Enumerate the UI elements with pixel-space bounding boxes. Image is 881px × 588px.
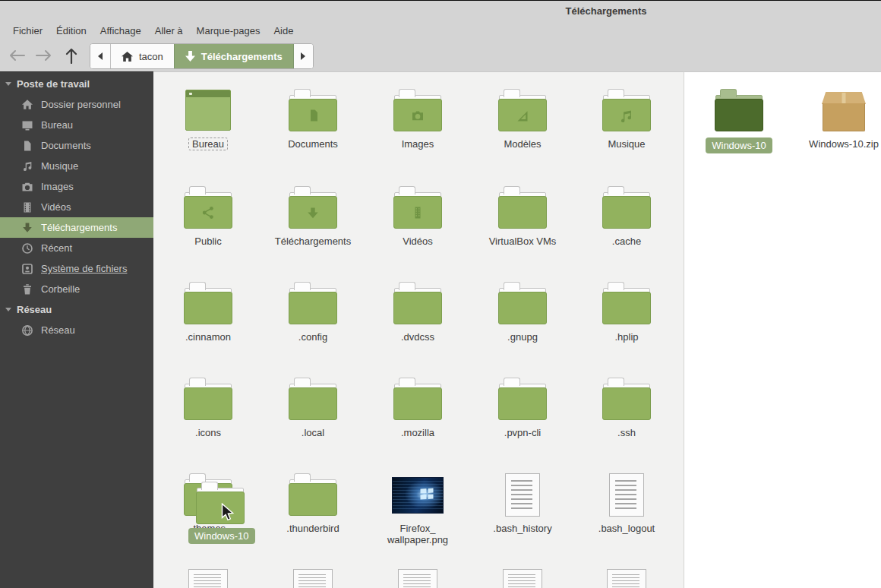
back-button[interactable] bbox=[5, 44, 29, 67]
breadcrumb-label: tacon bbox=[139, 51, 163, 62]
selected-folder-icon bbox=[715, 89, 763, 131]
menu-fichier[interactable]: Fichier bbox=[6, 23, 49, 39]
text-file-icon bbox=[398, 569, 437, 588]
sidebar-item-label: Système de fichiers bbox=[41, 263, 127, 274]
menu-aller-a[interactable]: Aller à bbox=[148, 23, 190, 39]
file-item-documents[interactable]: Documents bbox=[261, 89, 365, 150]
file-item-hplip[interactable]: .hplip bbox=[574, 282, 679, 343]
file-label: .pvpn-cli bbox=[500, 426, 545, 439]
file-item-unnamed[interactable] bbox=[365, 569, 470, 588]
breadcrumb-label: Téléchargements bbox=[201, 51, 283, 62]
file-item-gnupg[interactable]: .gnupg bbox=[470, 282, 575, 343]
folder-icon bbox=[289, 89, 337, 131]
file-item-bash-logout[interactable]: .bash_logout bbox=[574, 473, 679, 535]
file-label: Musique bbox=[604, 138, 649, 150]
up-button[interactable] bbox=[59, 44, 84, 67]
file-item-icons[interactable]: .icons bbox=[156, 378, 261, 439]
file-item-ssh[interactable]: .ssh bbox=[574, 378, 679, 439]
sidebar-item-musique[interactable]: Musique bbox=[0, 156, 153, 176]
expander-icon bbox=[5, 82, 11, 86]
sidebar-item-documents[interactable]: Documents bbox=[0, 135, 153, 156]
menu-edition[interactable]: Édition bbox=[49, 23, 93, 39]
file-label: .config bbox=[295, 330, 331, 343]
drag-ghost-folder-icon bbox=[196, 482, 245, 524]
file-item-modeles[interactable]: Modèles bbox=[470, 89, 575, 150]
drag-label: Windows-10 bbox=[188, 528, 255, 544]
file-label: Bureau bbox=[188, 138, 228, 150]
sidebar-section-poste-de-travail[interactable]: Poste de travail bbox=[0, 74, 153, 94]
file-item-cinnamon[interactable]: .cinnamon bbox=[156, 282, 261, 343]
breadcrumb-next-button[interactable] bbox=[293, 44, 313, 68]
sidebar-item-corbeille[interactable]: Corbeille bbox=[0, 279, 153, 299]
file-item-images[interactable]: Images bbox=[365, 89, 470, 150]
menu-marque-pages[interactable]: Marque-pages bbox=[190, 23, 267, 39]
breadcrumb: tacon Téléchargements bbox=[90, 43, 314, 69]
sidebar-item-label: Réseau bbox=[41, 324, 75, 336]
file-label: .bash_logout bbox=[595, 522, 658, 535]
file-item-local[interactable]: .local bbox=[261, 378, 365, 439]
file-label: Images bbox=[398, 138, 438, 150]
sidebar-item-label: Corbeille bbox=[41, 283, 80, 295]
archive-icon bbox=[822, 92, 866, 131]
file-item-bash-history[interactable]: .bash_history bbox=[470, 473, 575, 535]
breadcrumb-segment-home[interactable]: tacon bbox=[110, 44, 174, 68]
sidebar-item-recent[interactable]: Récent bbox=[0, 238, 153, 258]
file-item-telechargements[interactable]: Téléchargements bbox=[261, 186, 365, 248]
file-item-virtualbox-vms[interactable]: VirtualBox VMs bbox=[470, 186, 575, 248]
file-item-mozilla[interactable]: .mozilla bbox=[365, 378, 470, 439]
folder-icon bbox=[393, 89, 442, 131]
text-file-icon bbox=[505, 473, 540, 517]
file-item-videos[interactable]: Vidéos bbox=[365, 186, 470, 248]
file-item-firefox-wallpaper-png[interactable]: Firefox_ wallpaper.png bbox=[365, 473, 470, 546]
home-icon bbox=[21, 99, 33, 111]
file-item-dvdcss[interactable]: .dvdcss bbox=[365, 282, 470, 343]
file-item-musique[interactable]: Musique bbox=[574, 89, 679, 150]
sidebar-item-dossier-personnel[interactable]: Dossier personnel bbox=[0, 94, 153, 115]
titlebar: Téléchargements bbox=[0, 1, 881, 21]
file-item-windows-10-zip[interactable]: Windows-10.zip bbox=[791, 89, 881, 150]
sidebar-section-reseau[interactable]: Réseau bbox=[0, 299, 153, 320]
file-item-bureau[interactable]: Bureau bbox=[156, 89, 261, 150]
file-item-unnamed[interactable] bbox=[470, 569, 575, 588]
sidebar-item-bureau[interactable]: Bureau bbox=[0, 115, 153, 135]
file-label: .bash_history bbox=[489, 522, 555, 535]
sidebar-item-reseau[interactable]: Réseau bbox=[0, 320, 153, 340]
file-item-windows-10[interactable]: Windows-10 bbox=[687, 89, 791, 153]
cursor-arrow-icon bbox=[221, 503, 235, 522]
menu-aide[interactable]: Aide bbox=[267, 23, 300, 39]
drag-ghost-label: Windows-10 bbox=[188, 528, 255, 544]
file-item-cache[interactable]: .cache bbox=[574, 186, 679, 248]
right-arrow-icon bbox=[36, 49, 52, 62]
camera-icon bbox=[21, 181, 33, 193]
folder-icon bbox=[184, 378, 232, 420]
breadcrumb-segment-downloads[interactable]: Téléchargements bbox=[174, 44, 293, 68]
sidebar-item-videos[interactable]: Vidéos bbox=[0, 197, 153, 217]
sidebar-item-images[interactable]: Images bbox=[0, 176, 153, 197]
file-item-unnamed[interactable] bbox=[574, 569, 679, 588]
sidebar-item-label: Téléchargements bbox=[41, 222, 117, 233]
file-item-unnamed[interactable] bbox=[261, 569, 365, 588]
sidebar-item-label: Récent bbox=[41, 242, 72, 254]
document-icon bbox=[21, 140, 33, 152]
sidebar-item-telechargements[interactable]: Téléchargements bbox=[0, 217, 153, 238]
file-item-pvpn-cli[interactable]: .pvpn-cli bbox=[470, 378, 575, 439]
file-item-public[interactable]: Public bbox=[156, 186, 261, 248]
section-label: Poste de travail bbox=[17, 78, 90, 90]
breadcrumb-prev-button[interactable] bbox=[90, 44, 110, 68]
clock-icon bbox=[21, 242, 33, 254]
file-label: Public bbox=[191, 235, 225, 248]
file-item-config[interactable]: .config bbox=[261, 282, 365, 343]
menu-affichage[interactable]: Affichage bbox=[93, 23, 148, 39]
file-label: Téléchargements bbox=[271, 235, 355, 248]
file-label: .hplip bbox=[611, 330, 642, 343]
file-label: .cache bbox=[608, 235, 645, 248]
file-manager-window: Téléchargements FichierÉditionAffichageA… bbox=[0, 0, 881, 588]
sidebar-item-systeme-de-fichiers[interactable]: Système de fichiers bbox=[0, 258, 153, 279]
window-title: Téléchargements bbox=[566, 5, 647, 17]
file-item-thunderbird[interactable]: .thunderbird bbox=[261, 473, 365, 535]
image-thumbnail-icon bbox=[392, 477, 444, 514]
file-item-unnamed[interactable] bbox=[156, 569, 261, 588]
file-label: VirtualBox VMs bbox=[485, 235, 560, 248]
folder-icon bbox=[602, 186, 651, 229]
forward-button[interactable] bbox=[32, 44, 56, 67]
